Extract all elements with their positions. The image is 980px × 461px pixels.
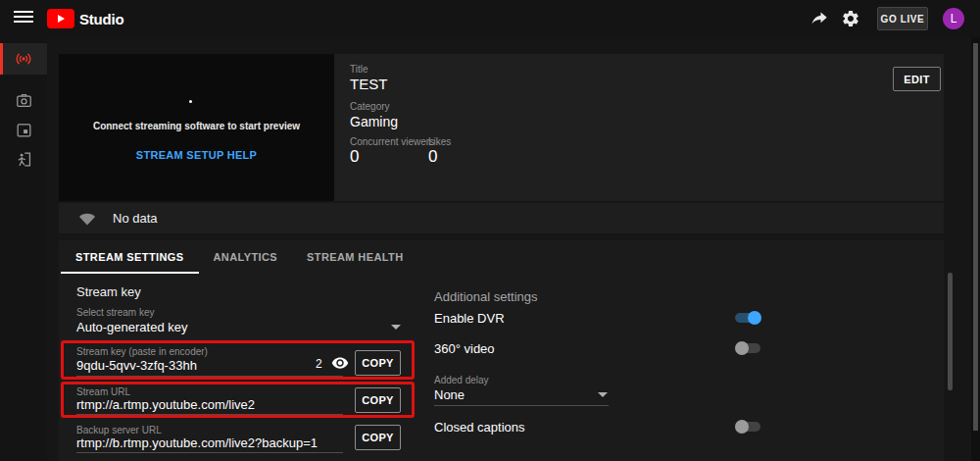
added-delay-underline: [434, 405, 609, 406]
concurrent-viewers-value: 0: [350, 147, 359, 167]
youtube-studio-live-dashboard: Studio GO LIVE L: [0, 0, 980, 461]
tab-bar: STREAM SETTINGS ANALYTICS STREAM HEALTH: [61, 240, 418, 274]
stream-title-value: TEST: [350, 76, 387, 92]
sidebar-item-camera[interactable]: [0, 84, 47, 116]
added-delay-caret-icon[interactable]: [598, 392, 608, 397]
studio-wordmark: Studio: [79, 11, 123, 27]
stream-url-underline: [76, 414, 343, 415]
concurrent-viewers-label: Concurrent viewers: [350, 136, 434, 147]
category-label: Category: [350, 101, 390, 112]
enable-dvr-label: Enable DVR: [434, 311, 505, 326]
copy-stream-url-button[interactable]: COPY: [355, 387, 401, 413]
copy-backup-url-button[interactable]: COPY: [355, 425, 401, 450]
title-label: Title: [350, 64, 368, 75]
additional-settings-title: Additional settings: [434, 289, 538, 304]
gear-icon[interactable]: [841, 9, 860, 28]
sidebar-item-live-dashboard[interactable]: [0, 43, 47, 75]
select-stream-key-label: Select stream key: [76, 307, 154, 318]
wifi-signal-icon: [78, 210, 96, 228]
stream-settings-card: STREAM SETTINGS ANALYTICS STREAM HEALTH …: [59, 240, 944, 461]
stream-key-badge: 2: [316, 357, 322, 371]
stream-url-value[interactable]: rtmp://a.rtmp.youtube.com/live2: [76, 397, 255, 412]
backup-url-value[interactable]: rtmp://b.rtmp.youtube.com/live2?backup=1: [76, 435, 318, 450]
tab-analytics[interactable]: ANALYTICS: [199, 240, 293, 274]
content-scrollbar-thumb[interactable]: [948, 273, 953, 390]
likes-label: Likes: [428, 136, 451, 147]
no-data-label: No data: [113, 211, 158, 226]
video-360-toggle[interactable]: [735, 341, 761, 355]
reveal-key-eye-icon[interactable]: [331, 354, 349, 372]
category-value: Gaming: [350, 114, 398, 129]
stream-setup-help-link[interactable]: STREAM SETUP HELP: [59, 149, 334, 161]
video-360-label: 360° video: [434, 341, 495, 356]
stream-overview-card: Connect streaming software to start prev…: [59, 54, 944, 201]
enable-dvr-toggle[interactable]: [735, 311, 761, 325]
stream-key-value[interactable]: 9qdu-5qvv-3zfq-33hh: [76, 358, 197, 373]
stream-preview-panel: Connect streaming software to start prev…: [59, 54, 334, 201]
preview-message: Connect streaming software to start prev…: [59, 121, 334, 131]
closed-captions-toggle[interactable]: [735, 420, 761, 434]
copy-stream-key-button[interactable]: COPY: [355, 350, 401, 376]
sidebar-item-schedule[interactable]: [0, 114, 47, 145]
likes-value: 0: [428, 147, 437, 167]
hamburger-menu-icon[interactable]: [14, 11, 33, 26]
edit-button[interactable]: EDIT: [893, 67, 941, 91]
window-scrollbar-thumb[interactable]: [973, 43, 978, 431]
backup-url-underline: [76, 452, 343, 453]
window-scrollbar-track: [971, 37, 980, 461]
stream-key-field-label: Stream key (paste in encoder): [76, 346, 208, 357]
stream-health-status-bar: No data: [59, 203, 944, 233]
preview-loading-dot: [189, 100, 192, 103]
sidebar-item-exit-studio[interactable]: [0, 143, 47, 175]
stream-key-select-caret-icon[interactable]: [391, 325, 401, 330]
youtube-studio-logo[interactable]: Studio: [47, 9, 123, 28]
go-live-button[interactable]: GO LIVE: [877, 7, 928, 30]
added-delay-label: Added delay: [434, 375, 489, 385]
added-delay-select[interactable]: None: [434, 387, 465, 402]
left-nav-rail: [0, 37, 47, 461]
tab-stream-settings[interactable]: STREAM SETTINGS: [61, 240, 199, 274]
share-icon[interactable]: [809, 9, 829, 28]
closed-captions-label: Closed captions: [434, 420, 525, 435]
stream-key-section-title: Stream key: [76, 284, 141, 299]
stream-key-select[interactable]: Auto-generated key: [76, 320, 187, 334]
youtube-play-icon: [47, 9, 74, 28]
stream-url-label: Stream URL: [76, 386, 130, 397]
account-avatar[interactable]: L: [943, 8, 964, 29]
tab-stream-health[interactable]: STREAM HEALTH: [292, 240, 418, 274]
top-app-bar: Studio GO LIVE L: [0, 0, 980, 37]
backup-url-label: Backup server URL: [76, 425, 162, 435]
stream-key-underline: [76, 376, 343, 377]
